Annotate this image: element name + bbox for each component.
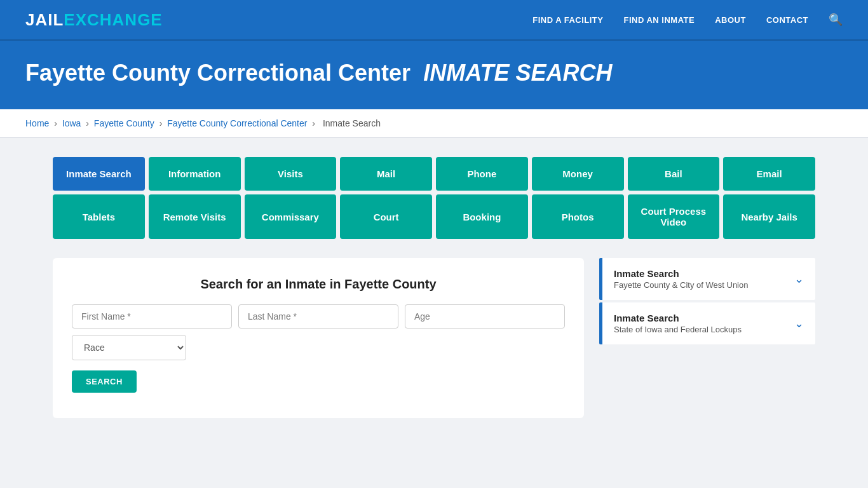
tab-phone[interactable]: Phone xyxy=(436,157,528,191)
main-nav: FIND A FACILITY FIND AN INMATE ABOUT CON… xyxy=(532,13,843,27)
tab-bail[interactable]: Bail xyxy=(628,157,720,191)
age-input[interactable] xyxy=(405,304,565,329)
site-logo[interactable]: JAILEXCHANGE xyxy=(25,10,163,30)
tab-email[interactable]: Email xyxy=(723,157,815,191)
tab-court-process-video[interactable]: Court Process Video xyxy=(628,194,720,239)
tab-tablets[interactable]: Tablets xyxy=(53,194,145,239)
race-select[interactable]: Race White Black Hispanic Asian Native A… xyxy=(72,335,186,360)
logo-exchange: EXCHANGE xyxy=(64,10,162,29)
tab-court[interactable]: Court xyxy=(340,194,432,239)
nav-find-inmate[interactable]: FIND AN INMATE xyxy=(623,15,695,25)
breadcrumb-iowa[interactable]: Iowa xyxy=(62,118,81,128)
sidebar-card-iowa[interactable]: Inmate Search State of Iowa and Federal … xyxy=(599,302,815,344)
breadcrumb-sep-1: › xyxy=(54,118,60,128)
sidebar-card-fayette-title: Inmate Search xyxy=(614,268,748,279)
chevron-down-icon-2: ⌄ xyxy=(794,316,804,330)
nav-find-facility[interactable]: FIND A FACILITY xyxy=(532,15,603,25)
tab-inmate-search[interactable]: Inmate Search xyxy=(53,157,145,191)
site-header: JAILEXCHANGE FIND A FACILITY FIND AN INM… xyxy=(0,0,868,41)
nav-about[interactable]: ABOUT xyxy=(715,15,746,25)
search-icon[interactable]: 🔍 xyxy=(829,13,843,27)
tab-booking[interactable]: Booking xyxy=(436,194,528,239)
sidebar-card-iowa-sub: State of Iowa and Federal Lockups xyxy=(614,325,742,334)
tab-remote-visits[interactable]: Remote Visits xyxy=(149,194,241,239)
breadcrumb-sep-2: › xyxy=(86,118,92,128)
tab-nearby-jails[interactable]: Nearby Jails xyxy=(723,194,815,239)
last-name-input[interactable] xyxy=(238,304,398,329)
breadcrumb-home[interactable]: Home xyxy=(25,118,49,128)
breadcrumb: Home › Iowa › Fayette County › Fayette C… xyxy=(0,109,868,138)
tabs-grid: Inmate Search Information Visits Mail Ph… xyxy=(53,157,815,239)
sidebar-card-iowa-title: Inmate Search xyxy=(614,313,742,323)
content-row: Search for an Inmate in Fayette County R… xyxy=(53,258,815,418)
tab-mail[interactable]: Mail xyxy=(340,157,432,191)
sidebar-card-iowa-text: Inmate Search State of Iowa and Federal … xyxy=(614,313,742,334)
hero-banner: Fayette County Correctional Center INMAT… xyxy=(0,41,868,109)
breadcrumb-current: Inmate Search xyxy=(323,118,381,128)
sidebar-card-fayette[interactable]: Inmate Search Fayette County & City of W… xyxy=(599,258,815,300)
sidebar: Inmate Search Fayette County & City of W… xyxy=(599,258,815,344)
chevron-down-icon: ⌄ xyxy=(794,272,804,286)
search-title: Search for an Inmate in Fayette County xyxy=(72,277,565,292)
first-name-input[interactable] xyxy=(72,304,232,329)
sidebar-card-fayette-text: Inmate Search Fayette County & City of W… xyxy=(614,268,748,290)
search-button[interactable]: SEARCH xyxy=(72,370,137,393)
page-subtitle: INMATE SEARCH xyxy=(423,60,612,86)
breadcrumb-sep-4: › xyxy=(312,118,318,128)
breadcrumb-fayette-county[interactable]: Fayette County xyxy=(94,118,154,128)
main-content: Inmate Search Information Visits Mail Ph… xyxy=(0,138,868,437)
tab-commissary[interactable]: Commissary xyxy=(245,194,337,239)
tab-money[interactable]: Money xyxy=(532,157,624,191)
tab-information[interactable]: Information xyxy=(149,157,241,191)
breadcrumb-sep-3: › xyxy=(159,118,165,128)
breadcrumb-facility[interactable]: Fayette County Correctional Center xyxy=(167,118,307,128)
search-panel: Search for an Inmate in Fayette County R… xyxy=(53,258,584,418)
search-form: Race White Black Hispanic Asian Native A… xyxy=(72,304,565,360)
page-title: Fayette County Correctional Center INMAT… xyxy=(25,60,843,86)
logo-jail: JAIL xyxy=(25,10,64,29)
tab-visits[interactable]: Visits xyxy=(245,157,337,191)
facility-name: Fayette County Correctional Center xyxy=(25,60,410,86)
nav-contact[interactable]: CONTACT xyxy=(766,15,808,25)
sidebar-card-fayette-sub: Fayette County & City of West Union xyxy=(614,280,748,290)
tab-photos[interactable]: Photos xyxy=(532,194,624,239)
